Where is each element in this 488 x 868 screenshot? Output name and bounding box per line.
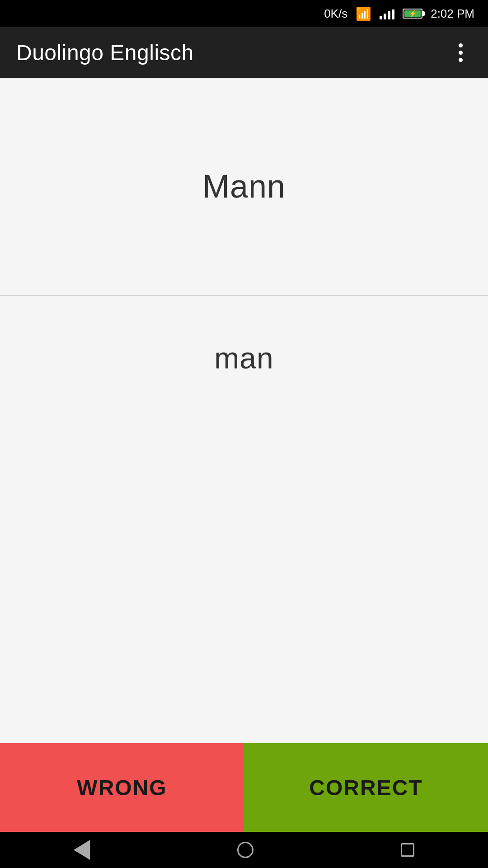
navigation-bar	[0, 832, 488, 868]
time: 2:02 PM	[431, 7, 474, 21]
recents-button[interactable]	[401, 843, 414, 857]
more-options-button[interactable]	[449, 41, 472, 64]
status-bar: 0K/s 📶 ⚡ 2:02 PM	[0, 0, 488, 27]
correct-label: CORRECT	[309, 775, 422, 800]
wrong-button[interactable]: WRONG	[0, 743, 244, 832]
app-title: Duolingo Englisch	[16, 40, 194, 65]
german-word-section: Mann	[0, 78, 488, 295]
action-buttons: WRONG CORRECT	[0, 743, 488, 832]
back-button[interactable]	[74, 840, 90, 860]
wifi-icon: 📶	[356, 6, 371, 21]
wrong-label: WRONG	[77, 775, 167, 800]
charging-icon: ⚡	[409, 10, 417, 17]
main-content: Mann man	[0, 78, 488, 693]
app-bar: Duolingo Englisch	[0, 27, 488, 78]
german-word: Mann	[202, 168, 286, 205]
signal-icon	[380, 8, 394, 19]
home-button[interactable]	[237, 842, 253, 858]
english-word: man	[214, 341, 273, 375]
network-speed: 0K/s	[324, 7, 347, 21]
correct-button[interactable]: CORRECT	[244, 743, 488, 832]
battery-icon: ⚡	[403, 9, 422, 19]
english-word-section: man	[0, 296, 488, 693]
